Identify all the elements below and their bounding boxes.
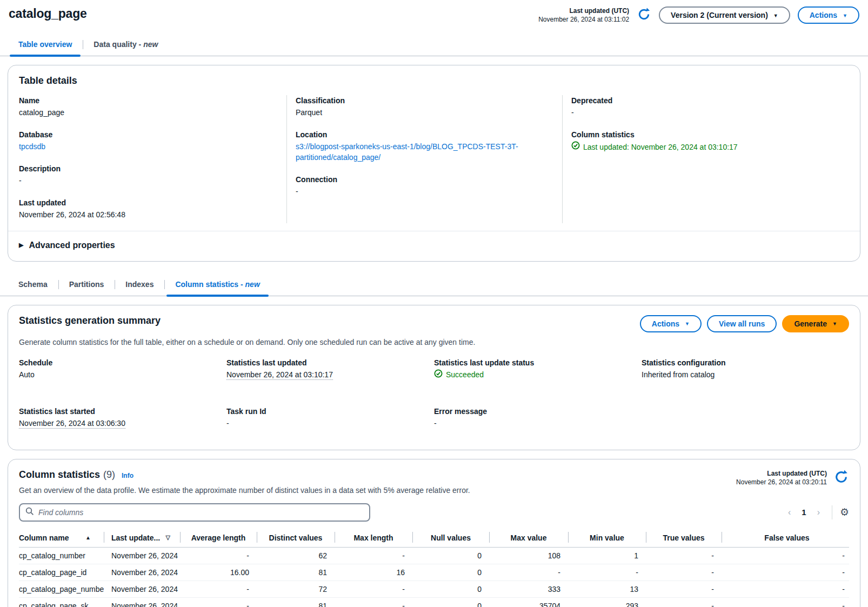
sort-ascending-icon: ▲	[85, 535, 91, 541]
database-link[interactable]: tpcdsdb	[19, 142, 45, 151]
header-average-length-label: Average length	[191, 533, 246, 542]
page-header: catalog_page Last updated (UTC) November…	[0, 0, 868, 24]
field-error-message: Error message -	[434, 406, 642, 429]
stats-generation-summary-card: Statistics generation summary Actions ▼ …	[8, 305, 860, 450]
cell-false-values: -	[722, 547, 849, 564]
error-message-label: Error message	[434, 406, 642, 417]
cell-false-values: -	[722, 581, 849, 597]
cell-min-value: 1	[568, 547, 646, 564]
header-false-values[interactable]: False values	[722, 530, 849, 548]
cell-min-value: 13	[568, 581, 646, 597]
cell-column-name: cp_catalog_number	[19, 547, 104, 564]
info-link[interactable]: Info	[122, 472, 133, 479]
tab-table-overview[interactable]: Table overview	[8, 35, 83, 56]
column-statistics-title: Column statistics	[19, 469, 100, 481]
table-last-updated-value: November 26, 2024 at 03:20:11	[736, 478, 827, 486]
description-label: Description	[19, 163, 276, 174]
field-deprecated: Deprecated -	[571, 95, 838, 118]
header-null-values-label: Null values	[431, 533, 471, 542]
cell-null-values: 0	[412, 547, 489, 564]
table-details-col-1: Name catalog_page Database tpcdsdb Descr…	[19, 95, 286, 223]
gear-icon: ⚙	[840, 506, 849, 518]
tab-indexes[interactable]: Indexes	[115, 275, 164, 296]
tab-column-statistics[interactable]: Column statistics - new	[164, 275, 270, 296]
cell-max-length: -	[335, 547, 412, 564]
find-columns-search[interactable]	[19, 503, 370, 522]
task-run-label: Task run Id	[226, 406, 434, 417]
location-link[interactable]: s3://blogpost-sparkoneks-us-east-1/blog/…	[296, 141, 528, 163]
table-details-col-3: Deprecated - Column statistics Last upda…	[562, 95, 849, 223]
column-statistics-card: Column statistics (9) Info Get an overvi…	[8, 459, 860, 607]
header-min-value[interactable]: Min value	[568, 530, 646, 548]
field-description: Description -	[19, 163, 276, 186]
search-icon	[25, 507, 34, 518]
table-details-col-2: Classification Parquet Location s3://blo…	[286, 95, 562, 223]
refresh-icon	[833, 469, 849, 486]
cell-null-values: 0	[412, 564, 489, 581]
tab-schema[interactable]: Schema	[8, 275, 58, 296]
table-last-updated: Last updated (UTC) November 26, 2024 at …	[736, 469, 827, 486]
header-last-update[interactable]: Last update... ▽	[104, 530, 180, 548]
chevron-down-icon: ▼	[773, 14, 778, 18]
top-tab-bar: Table overview Data quality - new	[0, 35, 868, 56]
header-true-values[interactable]: True values	[646, 530, 722, 548]
stats-last-updated-label: Statistics last updated	[226, 357, 434, 368]
previous-page-button[interactable]: ‹	[784, 506, 795, 518]
cell-false-values: -	[722, 564, 849, 581]
tab-data-quality[interactable]: Data quality - new	[83, 35, 169, 56]
cell-max-value: -	[489, 564, 568, 581]
table-details-title: Table details	[19, 75, 849, 86]
page-actions-label: Actions	[810, 11, 837, 19]
refresh-icon	[637, 7, 651, 23]
field-name: Name catalog_page	[19, 95, 276, 118]
stats-actions-button[interactable]: Actions ▼	[640, 315, 702, 332]
schedule-label: Schedule	[19, 357, 226, 368]
chevron-down-icon: ▼	[832, 322, 837, 326]
header-max-value[interactable]: Max value	[489, 530, 568, 548]
chevron-down-icon: ▼	[843, 14, 847, 18]
cell-last-update: November 26, 2024	[104, 547, 180, 564]
tab-partitions[interactable]: Partitions	[58, 275, 115, 296]
next-page-button[interactable]: ›	[813, 506, 824, 518]
cell-column-name: cp_catalog_page_number	[19, 581, 104, 597]
refresh-button[interactable]	[637, 7, 651, 23]
tab-data-quality-label: Data quality -	[94, 40, 143, 49]
generate-button[interactable]: Generate ▼	[782, 315, 849, 332]
header-column-name[interactable]: Column name ▲	[19, 530, 104, 548]
page-actions-button[interactable]: Actions ▼	[798, 6, 859, 24]
cell-max-length: 16	[335, 564, 412, 581]
stats-actions-label: Actions	[652, 319, 679, 328]
success-check-icon	[434, 369, 443, 381]
cell-true-values: -	[646, 581, 722, 597]
tab-data-quality-new-badge: new	[143, 40, 158, 49]
cell-distinct-values: 62	[257, 547, 335, 564]
table-refresh-button[interactable]	[833, 469, 849, 486]
header-max-length[interactable]: Max length	[335, 530, 412, 548]
field-last-updated: Last updated November 26, 2024 at 02:56:…	[19, 197, 276, 220]
header-distinct-values[interactable]: Distinct values	[257, 530, 335, 548]
stats-last-updated-value: November 26, 2024 at 03:10:17	[226, 370, 333, 380]
version-dropdown[interactable]: Version 2 (Current version) ▼	[659, 6, 790, 24]
page-title: catalog_page	[9, 6, 87, 21]
header-last-updated-value: November 26, 2024 at 03:11:02	[538, 15, 629, 24]
table-settings-button[interactable]: ⚙	[840, 507, 849, 517]
field-connection: Connection -	[296, 174, 551, 197]
column-statistics-label: Column statistics	[571, 129, 838, 140]
header-last-updated: Last updated (UTC) November 26, 2024 at …	[538, 6, 629, 24]
stats-status-value: Succeeded	[446, 369, 484, 380]
search-input[interactable]	[38, 508, 364, 517]
header-distinct-values-label: Distinct values	[269, 533, 323, 542]
version-dropdown-label: Version 2 (Current version)	[671, 11, 768, 19]
tab-table-overview-label: Table overview	[18, 40, 72, 49]
header-true-values-label: True values	[663, 533, 704, 542]
name-label: Name	[19, 95, 276, 106]
header-average-length[interactable]: Average length	[180, 530, 257, 548]
advanced-properties-toggle[interactable]: ▶ Advanced properties	[19, 241, 115, 250]
header-null-values[interactable]: Null values	[412, 530, 489, 548]
view-all-runs-button[interactable]: View all runs	[707, 315, 777, 332]
header-max-length-label: Max length	[353, 533, 393, 542]
header-max-value-label: Max value	[511, 533, 547, 542]
field-classification: Classification Parquet	[296, 95, 551, 118]
field-schedule: Schedule Auto	[19, 357, 226, 381]
table-row: cp_catalog_page_number November 26, 2024…	[19, 581, 849, 597]
